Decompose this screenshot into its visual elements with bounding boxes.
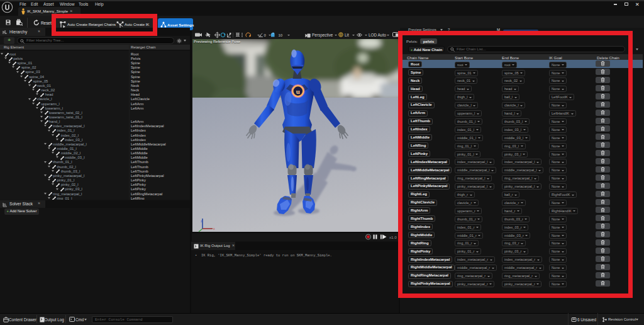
svg-text:10: 10 bbox=[279, 33, 283, 37]
svg-text:u: u bbox=[296, 88, 300, 95]
svg-text:0: 0 bbox=[264, 33, 267, 37]
svg-text:x: x bbox=[213, 227, 215, 231]
